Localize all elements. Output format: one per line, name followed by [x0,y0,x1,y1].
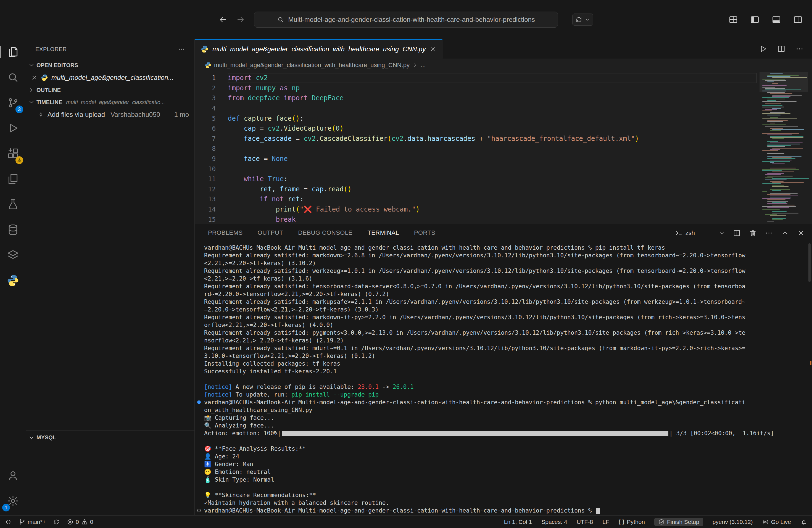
code-line[interactable]: 5def capture_face(): [195,113,757,123]
branch-status[interactable]: main*+ [19,518,46,525]
activity-account[interactable] [0,463,26,488]
toggle-secondary-sidebar-icon[interactable] [793,15,802,24]
code-line[interactable]: 11 while True: [195,174,757,184]
close-tab-icon[interactable] [430,46,436,53]
minimap-line [767,158,795,159]
remote-indicator[interactable] [5,518,12,525]
cursor-position[interactable]: Ln 1, Col 1 [504,518,532,525]
split-editor-icon[interactable] [777,45,785,53]
command-center[interactable]: Multi-model-age-and-gender-classi-cation… [254,12,558,28]
minimap-line [765,89,801,90]
activity-python[interactable] [0,268,26,293]
terminal-line: Requirement already satisfied: werkzeug>… [204,267,805,275]
sidebar-more-icon[interactable] [178,46,185,53]
language-mode[interactable]: { } Python [619,518,645,525]
back-icon[interactable] [218,15,228,24]
code-text: if not ret: [228,195,304,203]
indentation[interactable]: Spaces: 4 [541,518,567,525]
more-actions-icon[interactable] [795,45,804,53]
minimap[interactable] [759,72,808,224]
terminal-dropdown-icon[interactable] [719,230,725,236]
command-decoration[interactable] [197,509,201,512]
terminal-instance[interactable]: zsh [675,229,695,237]
finish-setup[interactable]: Finish Setup [654,518,703,526]
code-line[interactable]: 12 ret, frame = cap.read() [195,184,757,194]
activity-extensions[interactable]: ⚠ [0,141,26,166]
activity-database[interactable] [0,217,26,243]
minimap-line [762,184,781,184]
code-line[interactable]: 4 [195,103,757,114]
problems-status[interactable]: 0 0 [67,518,93,525]
code-line[interactable]: 7 face_cascade = cv2.CascadeClassifier(c… [195,134,757,144]
activity-explorer[interactable] [0,39,26,64]
section-open-editors[interactable]: OPEN EDITORS [26,59,194,71]
panel-tab-output[interactable]: OUTPUT [257,224,283,242]
toggle-panel-icon[interactable] [772,15,781,24]
search-icon [277,16,284,23]
new-terminal-icon[interactable] [703,229,711,237]
command-decoration[interactable] [197,400,201,404]
python-interpreter[interactable]: pyenv (3.10.12) [713,518,753,525]
code-line[interactable]: 3from deepface import DeepFace [195,93,757,103]
open-editor-item[interactable]: multi_model_age&gender_classification... [26,71,194,84]
split-terminal-icon[interactable] [733,229,741,237]
close-icon[interactable] [31,74,38,81]
encoding[interactable]: UTF-8 [577,518,593,525]
terminal-output[interactable]: vardhan@BACHUs-MacBook-Air Multi-model-a… [195,242,812,515]
line-number: 3 [195,94,228,102]
code-line[interactable]: 6 cap = cv2.VideoCapture(0) [195,123,757,134]
panel-tab-debug-console[interactable]: DEBUG CONSOLE [298,224,352,242]
forward-icon[interactable] [236,15,245,24]
activity-testing[interactable] [0,192,26,217]
code-line[interactable]: 8 [195,144,757,154]
activity-remote-explorer[interactable] [0,166,26,192]
editor-tab[interactable]: multi_model_age&gender_classification_wi… [195,39,443,59]
section-timeline[interactable]: TIMELINE multi_model_age&gender_classifi… [26,96,194,108]
breadcrumb-more[interactable]: ... [421,62,425,69]
timeline-item[interactable]: Add files via upload Varshabachu050 1 mo [26,108,194,121]
remote-icon [5,518,12,525]
customize-layout-icon[interactable] [729,15,738,24]
activity-search[interactable] [0,64,26,90]
minimap-line [770,117,778,118]
code-line[interactable]: 9 face = None [195,154,757,164]
activity-source-control[interactable]: 3 [0,90,26,115]
activity-layers[interactable] [0,243,26,268]
section-mysql[interactable]: MYSQL [26,430,194,444]
code-line[interactable]: 13 if not ret: [195,194,757,204]
code-editor[interactable]: 1import cv22import numpy as np3from deep… [195,72,812,224]
panel-more-icon[interactable] [765,229,773,237]
line-number: 5 [195,115,228,122]
activity-settings[interactable]: 1 [0,488,26,514]
terminal-line: <2.21,>=2.20->tf-keras) (3.10.2) [204,259,805,267]
code-line[interactable]: 1import cv2 [195,73,757,83]
panel-tab-problems[interactable]: PROBLEMS [208,224,243,242]
code-line[interactable]: 14 print("❌ Failed to access webcam.") [195,204,757,215]
terminal-line: 🔍 Analyzing face... [204,422,805,429]
code-line[interactable]: 15 break [195,214,757,224]
eol-sequence[interactable]: LF [603,518,609,525]
close-panel-icon[interactable] [797,229,805,237]
run-file-icon[interactable] [759,45,767,53]
panel-tab-ports[interactable]: PORTS [414,224,435,242]
go-live[interactable]: Go Live [762,518,791,525]
sync-button[interactable] [53,518,60,525]
minimap-line [770,130,781,131]
terminal-scrollbar[interactable] [808,243,811,282]
command-center-extra[interactable] [572,14,593,26]
code-line[interactable]: 2import numpy as np [195,83,757,93]
minimap-line [770,189,790,190]
section-outline[interactable]: OUTLINE [26,84,194,96]
code-line[interactable]: 10 [195,164,757,174]
breadcrumb[interactable]: multi_model_age&gender_classification_wi… [195,59,812,72]
maximize-panel-icon[interactable] [781,229,789,237]
activity-run-debug[interactable] [0,115,26,141]
breadcrumb-file[interactable]: multi_model_age&gender_classification_wi… [214,62,410,69]
bell-icon [800,518,807,525]
toggle-sidebar-icon[interactable] [750,15,759,24]
line-number: 2 [195,85,228,92]
panel-tab-terminal[interactable]: TERMINAL [367,224,399,242]
notifications[interactable] [800,518,807,525]
panel-tabs: PROBLEMSOUTPUTDEBUG CONSOLETERMINALPORTS [208,224,435,242]
kill-terminal-icon[interactable] [749,229,757,237]
